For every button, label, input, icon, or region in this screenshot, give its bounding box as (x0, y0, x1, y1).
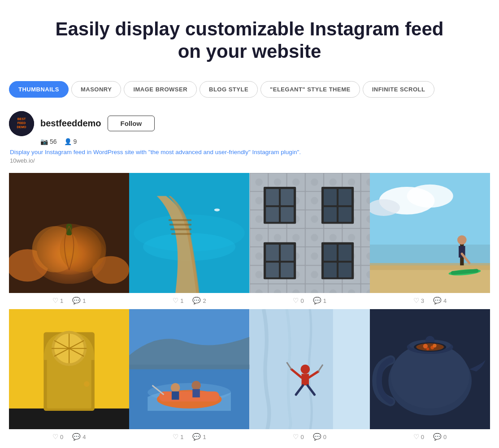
heart-icon-5: ♡ (52, 433, 58, 441)
avatar: BEST FEED DEMO (9, 111, 34, 136)
comment-icon-7: 💬 (313, 433, 321, 441)
svg-rect-37 (266, 245, 279, 261)
heart-icon-6: ♡ (173, 433, 178, 441)
svg-point-83 (300, 365, 310, 374)
profile-stats: 📷 56 👤 9 (9, 138, 490, 145)
comments-5: 💬 4 (72, 433, 86, 441)
svg-rect-39 (266, 263, 279, 277)
comment-icon-4: 💬 (433, 297, 442, 305)
image-meta-8: ♡ 0 💬 0 (412, 429, 448, 445)
image-cell-1: ♡ 1 💬 1 (9, 173, 129, 309)
heart-icon-4: ♡ (413, 297, 419, 305)
svg-rect-33 (338, 189, 351, 205)
image-meta-5: ♡ 0 💬 4 (51, 429, 87, 445)
svg-rect-29 (266, 207, 279, 222)
svg-rect-34 (324, 207, 337, 222)
svg-text:DEMO: DEMO (17, 125, 27, 129)
hero-title: Easily display customizable Instagram fe… (9, 18, 490, 63)
svg-text:BEST: BEST (17, 117, 26, 121)
image-ice[interactable] (250, 309, 370, 429)
image-grid-row1: ♡ 1 💬 1 (9, 173, 490, 309)
heart-icon-1: ♡ (52, 297, 58, 305)
comment-icon-1: 💬 (72, 297, 81, 305)
svg-rect-44 (324, 263, 337, 277)
svg-rect-76 (172, 392, 179, 400)
tab-masonry[interactable]: MASONRY (71, 81, 121, 98)
image-meta-1: ♡ 1 💬 1 (51, 293, 87, 309)
image-cell-3: ♡ 0 💬 1 (250, 173, 370, 309)
image-meta-2: ♡ 1 💬 2 (171, 293, 208, 309)
svg-text:FEED: FEED (17, 121, 26, 125)
comments-7: 💬 0 (313, 433, 326, 441)
tab-thumbnails[interactable]: THUMBNAILS (9, 81, 69, 98)
svg-point-54 (457, 235, 467, 245)
image-cell-8: ♡ 0 💬 0 (370, 309, 490, 445)
image-pumpkin[interactable] (9, 173, 129, 293)
svg-rect-78 (193, 389, 200, 398)
svg-rect-32 (324, 189, 337, 205)
svg-rect-19 (171, 233, 191, 235)
profile-top: BEST FEED DEMO bestfeeddemo Follow (9, 111, 490, 136)
image-tiles[interactable] (250, 173, 370, 293)
tab-blog-style[interactable]: BLOG STYLE (200, 81, 258, 98)
image-door[interactable] (9, 309, 129, 429)
svg-rect-17 (169, 224, 192, 225)
svg-point-69 (84, 381, 89, 387)
svg-point-77 (192, 381, 201, 390)
svg-rect-28 (281, 189, 294, 205)
profile-bio: Display your Instagram feed in WordPress… (9, 149, 490, 155)
avatar-svg: BEST FEED DEMO (9, 111, 34, 136)
comments-4: 💬 4 (433, 297, 447, 305)
image-cell-6: ♡ 1 💬 1 (129, 309, 249, 445)
heart-icon-8: ♡ (413, 433, 419, 441)
tab-image-browser[interactable]: IMAGE BROWSER (124, 81, 197, 98)
follow-button[interactable]: Follow (108, 116, 155, 131)
image-grid-row2: ♡ 0 💬 4 (9, 309, 490, 445)
svg-rect-35 (338, 207, 351, 222)
followers-stat: 👤 9 (64, 138, 77, 145)
profile-section: BEST FEED DEMO bestfeeddemo Follow 📷 56 … (9, 111, 490, 164)
image-cell-2: ♡ 1 💬 2 (129, 173, 249, 309)
likes-2: ♡ 1 (173, 297, 183, 305)
camera-icon: 📷 (40, 138, 48, 145)
tab-elegant[interactable]: "ELEGANT" STYLE THEME (260, 81, 360, 98)
image-meta-7: ♡ 0 💬 0 (291, 429, 328, 445)
hero-title-line2: on your website (178, 41, 321, 62)
tab-infinite-scroll[interactable]: INFINITE SCROLL (363, 81, 435, 98)
svg-rect-45 (338, 263, 351, 277)
svg-point-102 (433, 344, 436, 347)
svg-rect-16 (169, 219, 192, 221)
tabs-bar: THUMBNAILS MASONRY IMAGE BROWSER BLOG ST… (9, 81, 490, 98)
image-surfer[interactable] (370, 173, 490, 293)
likes-5: ♡ 0 (52, 433, 63, 441)
likes-7: ♡ 0 (293, 433, 304, 441)
svg-rect-30 (281, 207, 294, 222)
image-boat[interactable] (129, 309, 249, 429)
profile-username: bestfeeddemo (40, 118, 101, 129)
image-aerial[interactable] (129, 173, 249, 293)
photos-stat: 📷 56 (40, 138, 57, 145)
svg-rect-52 (370, 263, 490, 270)
heart-icon-2: ♡ (173, 297, 178, 305)
comments-6: 💬 1 (192, 433, 206, 441)
comment-icon-8: 💬 (433, 433, 442, 441)
likes-1: ♡ 1 (52, 297, 63, 305)
comment-icon-6: 💬 (192, 433, 201, 441)
comment-icon-3: 💬 (313, 297, 321, 305)
svg-point-75 (171, 383, 180, 392)
comment-icon-2: 💬 (192, 297, 201, 305)
heart-icon-7: ♡ (293, 433, 299, 441)
svg-point-48 (407, 185, 453, 208)
comments-3: 💬 1 (313, 297, 326, 305)
image-teapot[interactable] (370, 309, 490, 429)
svg-rect-60 (9, 409, 129, 429)
image-cell-5: ♡ 0 💬 4 (9, 309, 129, 445)
photos-count: 56 (50, 138, 57, 145)
svg-point-101 (426, 348, 429, 350)
comments-8: 💬 0 (433, 433, 447, 441)
svg-rect-38 (281, 245, 294, 261)
svg-rect-40 (281, 263, 294, 277)
image-meta-6: ♡ 1 💬 1 (171, 429, 208, 445)
likes-6: ♡ 1 (173, 433, 183, 441)
image-cell-7: ♡ 0 💬 0 (250, 309, 370, 445)
